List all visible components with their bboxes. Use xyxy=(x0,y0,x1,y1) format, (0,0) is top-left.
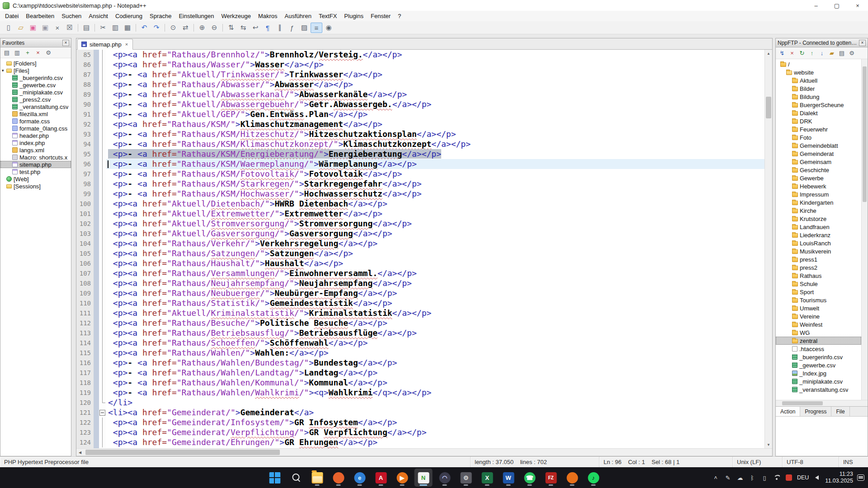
close-all-icon[interactable]: ☒ xyxy=(64,23,75,33)
ftp-item-schule[interactable]: Schule xyxy=(776,280,861,288)
code-line-121[interactable]: <li><a href="Gemeinderat/">Gemeinderat</… xyxy=(106,408,764,418)
bookmark-margin-cell[interactable] xyxy=(94,298,99,308)
ftp-item-liederkranz[interactable]: Liederkranz xyxy=(776,231,861,239)
bookmark-margin[interactable] xyxy=(94,50,99,448)
code-line-98[interactable]: <p>- <a href="Rathaus/KSM/Starkregen/">S… xyxy=(106,179,764,189)
menu-item-werkzeuge[interactable]: Werkzeuge xyxy=(217,12,255,20)
nppftp-close-icon[interactable]: × xyxy=(859,40,866,46)
word-wrap-icon[interactable]: ↩ xyxy=(250,23,261,33)
favorites-item-miniplakate-csv[interactable]: _miniplakate.csv xyxy=(0,89,71,96)
code-line-112[interactable]: <p><a href="Rathaus/Besuche/">Politische… xyxy=(106,318,764,328)
ftp-item-gemeindeblatt[interactable]: Gemeindeblatt xyxy=(776,141,861,150)
bookmark-margin-cell[interactable] xyxy=(94,408,99,418)
bookmark-margin-cell[interactable] xyxy=(94,89,99,99)
code-line-90[interactable]: <p>- <a href="Aktuell/Abwassergebuehr/">… xyxy=(106,99,764,109)
open-file-icon[interactable]: ▱ xyxy=(15,23,27,33)
bookmark-margin-cell[interactable] xyxy=(94,60,99,70)
bookmark-margin-cell[interactable] xyxy=(94,149,99,159)
favorites-item-macro-shortcuts-x[interactable]: Macro: shortcuts.x xyxy=(0,154,71,161)
save-all-icon[interactable]: ▣ xyxy=(39,23,51,33)
expand-arrow-icon[interactable]: ▾ xyxy=(2,68,6,73)
code-line-100[interactable]: <p><a href="Aktuell/Dietenbach/">HWRB Di… xyxy=(106,199,764,209)
ftp-tab-file[interactable]: File xyxy=(831,407,849,416)
cut-icon[interactable]: ✂ xyxy=(97,23,109,33)
tab-sitemap-php[interactable]: sitemap.php × xyxy=(77,39,133,50)
menu-item-ausf-hren[interactable]: Ausführen xyxy=(281,12,315,20)
menu-item-suchen[interactable]: Suchen xyxy=(58,12,85,20)
indent-guide-icon[interactable]: ∥ xyxy=(274,23,286,33)
bookmark-margin-cell[interactable] xyxy=(94,398,99,408)
bookmark-margin-cell[interactable] xyxy=(94,179,99,189)
ftp-item-item[interactable]: / xyxy=(776,60,861,68)
code-line-110[interactable]: <p><a href="Rathaus/Statistik/">Gemeinde… xyxy=(106,298,764,308)
tray-record-icon[interactable] xyxy=(785,474,793,482)
ftp-item-wg[interactable]: WG xyxy=(776,328,861,337)
document-map-icon[interactable]: ▨ xyxy=(298,23,310,33)
code-line-88[interactable]: <p>- <a href="Rathaus/Abwasser/">Abwasse… xyxy=(106,80,764,89)
code-line-105[interactable]: <p><a href="Rathaus/Satzungen/">Satzunge… xyxy=(106,249,764,258)
search-button[interactable] xyxy=(287,469,305,487)
media-player-icon[interactable]: ▶ xyxy=(393,469,411,487)
code-line-109[interactable]: <p><a href="Rathaus/Neubuerger/">Neubürg… xyxy=(106,288,764,298)
bookmark-margin-cell[interactable] xyxy=(94,119,99,129)
scroll-down-arrow[interactable]: ▼ xyxy=(765,441,772,448)
menu-item-plugins[interactable]: Plugins xyxy=(340,12,367,20)
menu-item-help[interactable]: ? xyxy=(394,12,405,20)
bookmark-margin-cell[interactable] xyxy=(94,268,99,278)
status-insert-mode[interactable]: INS xyxy=(839,457,868,467)
tray-battery-icon[interactable]: ▯ xyxy=(760,474,769,482)
bookmark-margin-cell[interactable] xyxy=(94,199,99,209)
code-line-85[interactable]: <p><a href="Rathaus/Brennholz/">Brennhol… xyxy=(106,50,764,60)
sync-vertical-icon[interactable]: ⇅ xyxy=(225,23,237,33)
ftp-item-gemeinderat[interactable]: Gemeinderat xyxy=(776,150,861,158)
download-icon[interactable]: ↓ xyxy=(817,49,826,58)
filezilla-icon[interactable]: FZ xyxy=(542,469,560,487)
favorites-item-files[interactable]: ▾[Files] xyxy=(0,67,71,74)
code-line-115[interactable]: <p><a href="Rathaus/Wahlen/">Wahlen:</a>… xyxy=(106,348,764,358)
code-line-103[interactable]: <p><a href="Aktuell/Gasversorgung/">Gasv… xyxy=(106,229,764,239)
bookmark-margin-cell[interactable] xyxy=(94,308,99,318)
menu-item-ansicht[interactable]: Ansicht xyxy=(85,12,112,20)
code-line-114[interactable]: <p><a href="Rathaus/Schoeffen/">Schöffen… xyxy=(106,338,764,348)
bookmark-margin-cell[interactable] xyxy=(94,169,99,179)
favorites-close-icon[interactable]: × xyxy=(62,40,69,46)
link-current-folder-icon[interactable]: ▥ xyxy=(13,48,22,57)
close-button[interactable]: × xyxy=(847,0,868,11)
bookmark-margin-cell[interactable] xyxy=(94,70,99,80)
ftp-item-musikverein[interactable]: Musikverein xyxy=(776,247,861,255)
menu-item-codierung[interactable]: Codierung xyxy=(112,12,146,20)
ftp-tab-progress[interactable]: Progress xyxy=(800,407,831,416)
bookmark-margin-cell[interactable] xyxy=(94,437,99,447)
ftp-item-landfrauen[interactable]: Landfrauen xyxy=(776,223,861,231)
ftp-item-press2[interactable]: press2 xyxy=(776,263,861,272)
favorites-item-index-php[interactable]: index.php xyxy=(0,139,71,146)
ftp-item-rathaus[interactable]: Rathaus xyxy=(776,272,861,280)
bookmark-margin-cell[interactable] xyxy=(94,318,99,328)
bookmark-margin-cell[interactable] xyxy=(94,328,99,338)
fold-toggle-icon[interactable] xyxy=(99,408,106,418)
ftp-item-weinfest[interactable]: Weinfest xyxy=(776,320,861,328)
bookmark-margin-cell[interactable] xyxy=(94,368,99,378)
nppftp-hscrollbar-thumb[interactable] xyxy=(782,401,823,405)
notepad-plus-icon[interactable]: N xyxy=(415,469,433,487)
ftp-item-kirche[interactable]: Kirche xyxy=(776,206,861,215)
favorites-item-langs-xml[interactable]: langs.xml xyxy=(0,146,71,154)
ftp-item-feuerwehr[interactable]: Feuerwehr xyxy=(776,125,861,133)
menu-item-bearbeiten[interactable]: Bearbeiten xyxy=(22,12,58,20)
favorites-item-formate-0lang-css[interactable]: formate_0lang.css xyxy=(0,125,71,132)
tab-close-icon[interactable]: × xyxy=(124,42,129,47)
undo-icon[interactable]: ↶ xyxy=(138,23,150,33)
menu-item-fenster[interactable]: Fenster xyxy=(367,12,394,20)
code-line-117[interactable]: <p>- <a href="Rathaus/Wahlen/Landtag/">L… xyxy=(106,368,764,378)
ftp-item-sport[interactable]: Sport xyxy=(776,288,861,296)
bookmark-margin-cell[interactable] xyxy=(94,418,99,427)
horizontal-scrollbar-thumb[interactable] xyxy=(85,450,280,455)
notification-center-icon[interactable] xyxy=(857,474,864,481)
screen-capture-icon[interactable]: ◠ xyxy=(436,469,454,487)
code-line-113[interactable]: <p><a href="Rathaus/Betriebsausflug/">Be… xyxy=(106,328,764,338)
ftp-item-tourismus[interactable]: Tourismus xyxy=(776,296,861,304)
bookmark-margin-cell[interactable] xyxy=(94,159,99,169)
bookmark-margin-cell[interactable] xyxy=(94,139,99,149)
tray-volume-icon[interactable] xyxy=(813,474,821,482)
code-line-118[interactable]: <p>- <a href="Rathaus/Wahlen/Kommunal/">… xyxy=(106,378,764,388)
